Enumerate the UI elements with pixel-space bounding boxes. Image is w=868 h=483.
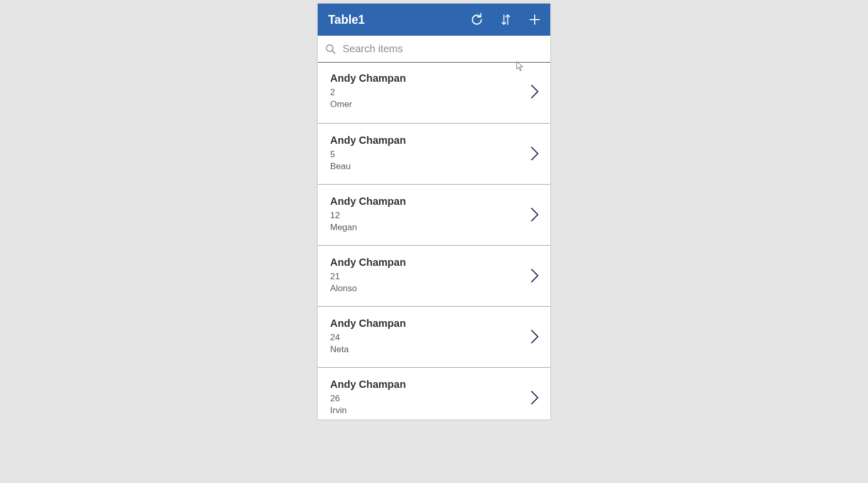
list-item-line3: Alonso (330, 283, 523, 295)
list-item-line3: Irvin (330, 405, 523, 417)
list-item-line2: 21 (330, 271, 523, 283)
refresh-icon (470, 13, 484, 26)
list-item-line2: 26 (330, 393, 523, 405)
list-item-text: Andy Champan21Alonso (330, 256, 523, 295)
list-item-text: Andy Champan26Irvin (330, 378, 523, 417)
list-item-line2: 2 (330, 87, 523, 99)
list-item[interactable]: Andy Champan21Alonso (318, 246, 550, 307)
search-icon (325, 43, 336, 55)
add-button[interactable] (528, 12, 542, 27)
svg-line-5 (332, 50, 335, 53)
refresh-button[interactable] (470, 12, 484, 27)
chevron-right-icon (530, 144, 540, 163)
list-item-line2: 24 (330, 332, 523, 344)
header-actions (470, 12, 542, 27)
list-item-title: Andy Champan (330, 195, 523, 208)
list-item-title: Andy Champan (330, 134, 523, 147)
search-input[interactable] (343, 43, 543, 55)
chevron-right-icon (530, 266, 540, 285)
app-frame: Table1 (317, 3, 551, 420)
list-item[interactable]: Andy Champan5Beau (318, 124, 550, 185)
list-item[interactable]: Andy Champan26Irvin (318, 368, 550, 419)
list-item-title: Andy Champan (330, 72, 523, 85)
list-item-title: Andy Champan (330, 256, 523, 269)
list-item[interactable]: Andy Champan24Neta (318, 307, 550, 368)
items-list: Andy Champan2OmerAndy Champan5BeauAndy C… (318, 63, 550, 419)
chevron-right-icon (530, 388, 540, 407)
list-item-text: Andy Champan2Omer (330, 72, 523, 111)
list-item-line2: 12 (330, 210, 523, 222)
sort-icon (500, 13, 512, 26)
screen-title: Table1 (328, 13, 470, 27)
list-item-title: Andy Champan (330, 317, 523, 330)
list-item-title: Andy Champan (330, 378, 523, 391)
list-item-text: Andy Champan12Megan (330, 195, 523, 234)
chevron-right-icon (530, 205, 540, 224)
list-item-line3: Megan (330, 222, 523, 234)
chevron-right-icon (530, 82, 540, 101)
list-item-text: Andy Champan5Beau (330, 134, 523, 173)
list-item-text: Andy Champan24Neta (330, 317, 523, 356)
chevron-right-icon (530, 327, 540, 346)
list-item-line3: Beau (330, 161, 523, 173)
list-item-line3: Neta (330, 344, 523, 356)
header-bar: Table1 (318, 4, 550, 36)
sort-button[interactable] (499, 12, 513, 27)
list-item-line3: Omer (330, 99, 523, 111)
list-item[interactable]: Andy Champan2Omer (318, 63, 550, 124)
list-item[interactable]: Andy Champan12Megan (318, 185, 550, 246)
list-item-line2: 5 (330, 149, 523, 161)
plus-icon (529, 13, 541, 26)
search-bar[interactable] (318, 36, 550, 63)
